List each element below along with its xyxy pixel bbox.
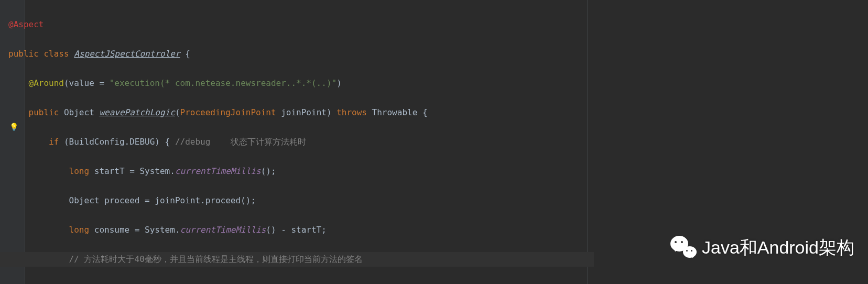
- method-name: weavePatchLogic: [99, 107, 175, 117]
- code-line: if (consume > 40 && Thread.currentThread…: [0, 281, 594, 284]
- comment: //debug 状态下计算方法耗时: [175, 137, 306, 147]
- class-name: AspectJSpectControler: [74, 49, 180, 59]
- comment: // 方法耗时大于40毫秒，并且当前线程是主线程，则直接打印当前方法的签名: [69, 254, 363, 264]
- code-line: public Object weavePatchLogic(Proceeding…: [0, 105, 594, 120]
- watermark: Java和Android架构: [670, 236, 854, 259]
- code-line: long startT = System.currentTimeMillis()…: [0, 164, 594, 179]
- annotation: @Aspect: [8, 19, 44, 29]
- code-line-highlighted: // 方法耗时大于40毫秒，并且当前线程是主线程，则直接打印当前方法的签名: [0, 252, 594, 267]
- wechat-icon: [670, 236, 697, 259]
- code-area[interactable]: @Aspect public class AspectJSpectControl…: [0, 3, 594, 284]
- code-line: long consume = System.currentTimeMillis(…: [0, 223, 594, 237]
- code-line: Object proceed = joinPoint.proceed();: [0, 193, 594, 208]
- watermark-text: Java和Android架构: [702, 240, 854, 255]
- code-line: @Aspect: [0, 17, 594, 32]
- code-line: public class AspectJSpectControler {: [0, 47, 594, 61]
- annotation: @Around: [29, 78, 64, 88]
- code-line: @Around(value = "execution(* com.netease…: [0, 76, 594, 91]
- code-line: if (BuildConfig.DEBUG) { //debug 状态下计算方法…: [0, 135, 594, 149]
